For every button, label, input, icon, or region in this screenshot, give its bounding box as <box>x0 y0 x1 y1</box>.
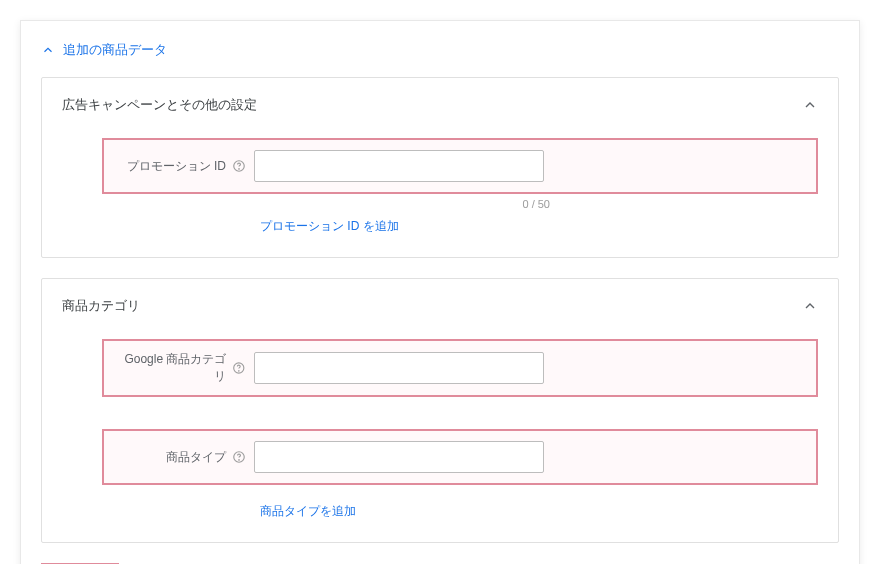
promotion-id-row: プロモーション ID <box>102 138 818 194</box>
google-category-label: Google 商品カテゴリ <box>116 351 226 385</box>
product-type-label-wrap: 商品タイプ <box>116 449 254 466</box>
svg-point-5 <box>239 460 240 461</box>
promotion-id-label-wrap: プロモーション ID <box>116 158 254 175</box>
google-category-label-wrap: Google 商品カテゴリ <box>116 351 254 385</box>
section-category-title: 商品カテゴリ <box>62 297 140 315</box>
svg-point-1 <box>239 169 240 170</box>
help-icon[interactable] <box>232 159 246 173</box>
product-type-row: 商品タイプ <box>102 429 818 485</box>
additional-product-data-toggle[interactable]: 追加の商品データ <box>41 41 839 59</box>
help-icon[interactable] <box>232 361 246 375</box>
collapse-icon[interactable] <box>802 97 818 113</box>
spacer <box>62 489 818 503</box>
product-type-label: 商品タイプ <box>166 449 226 466</box>
promotion-id-label: プロモーション ID <box>127 158 226 175</box>
google-category-input[interactable] <box>254 352 544 384</box>
promotion-id-input[interactable] <box>254 150 544 182</box>
section-campaign-settings: 広告キャンペーンとその他の設定 プロモーション ID 0 <box>41 77 839 258</box>
promotion-id-counter: 0 / 50 <box>260 198 550 210</box>
section-category-header: 商品カテゴリ <box>62 297 818 315</box>
spacer <box>62 401 818 429</box>
form-container: 追加の商品データ 広告キャンペーンとその他の設定 プロモーション ID <box>20 20 860 564</box>
section-campaign-header: 広告キャンペーンとその他の設定 <box>62 96 818 114</box>
section-product-category: 商品カテゴリ Google 商品カテゴリ <box>41 278 839 543</box>
svg-point-3 <box>239 371 240 372</box>
add-promotion-id-link[interactable]: プロモーション ID を追加 <box>260 218 818 235</box>
product-type-input[interactable] <box>254 441 544 473</box>
add-product-type-link[interactable]: 商品タイプを追加 <box>260 503 818 520</box>
google-category-row: Google 商品カテゴリ <box>102 339 818 397</box>
section-campaign-title: 広告キャンペーンとその他の設定 <box>62 96 257 114</box>
additional-product-data-label: 追加の商品データ <box>63 41 167 59</box>
collapse-icon[interactable] <box>802 298 818 314</box>
help-icon[interactable] <box>232 450 246 464</box>
chevron-up-icon <box>41 43 55 57</box>
